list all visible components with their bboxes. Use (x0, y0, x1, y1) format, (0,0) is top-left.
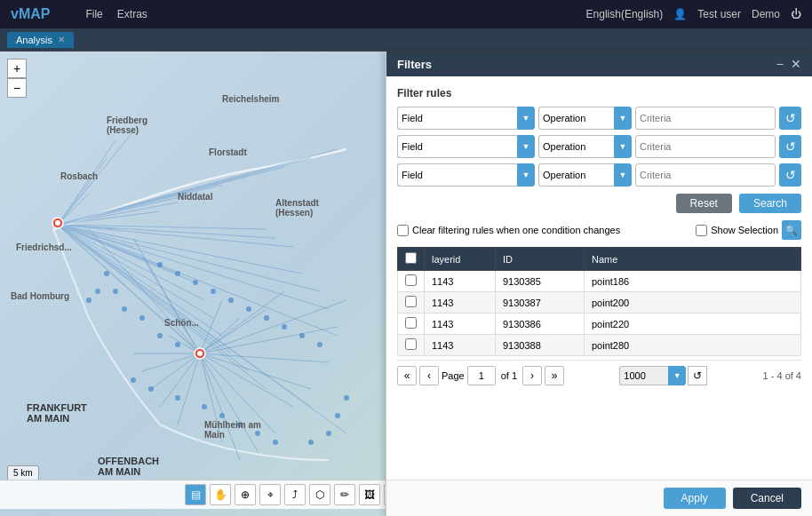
last-page-button[interactable]: » (545, 366, 564, 385)
field-dropdown-2[interactable]: Field (397, 135, 517, 158)
field-dropdown-3[interactable]: Field (397, 163, 517, 187)
field-dropdown-arrow-1[interactable]: ▼ (517, 107, 535, 130)
table-row: 1143 9130385 point186 (398, 271, 801, 292)
measure-tool-button[interactable]: ⌖ (259, 484, 281, 505)
svg-point-62 (211, 289, 216, 294)
svg-line-35 (58, 225, 200, 353)
map-label-frankfurt: FRANKFURTAM MAIN (27, 402, 87, 424)
svg-point-66 (282, 324, 287, 329)
operation-dropdown-3[interactable]: Operation (538, 163, 614, 187)
select-all-checkbox[interactable] (405, 252, 417, 264)
next-page-button[interactable]: › (522, 366, 542, 385)
criteria-input-3[interactable] (635, 163, 776, 187)
refresh-results-button[interactable]: ↺ (688, 366, 707, 385)
per-page-select[interactable]: 1000 100 50 25 (619, 366, 668, 385)
reset-button[interactable]: Reset (676, 194, 732, 213)
table-row: 1143 9130388 point280 (398, 335, 801, 356)
svg-point-72 (202, 404, 207, 409)
user-menu[interactable]: Test user (697, 8, 741, 20)
row-3-layerid: 1143 (425, 314, 496, 335)
operation-dropdown-arrow-2[interactable]: ▼ (614, 135, 632, 158)
field-select-1: Field ▼ (397, 107, 535, 130)
criteria-input-1[interactable] (635, 107, 776, 130)
operation-dropdown-arrow-1[interactable]: ▼ (614, 107, 632, 130)
per-page-selector: 1000 100 50 25 ▼ ↺ (619, 366, 707, 385)
demo-menu[interactable]: Demo (752, 8, 780, 20)
minimize-icon[interactable]: − (776, 57, 784, 71)
map-label-reichelsheim: Reichelsheim (222, 94, 279, 104)
show-selection-search-button[interactable]: 🔍 (782, 220, 801, 240)
map-label-schon: Schön... (164, 318, 199, 328)
field-dropdown-1[interactable]: Field (397, 107, 517, 130)
svg-line-39 (200, 300, 346, 353)
svg-point-77 (175, 395, 180, 401)
row-3-name: point220 (585, 314, 801, 335)
svg-line-51 (142, 353, 200, 371)
criteria-input-2[interactable] (635, 135, 776, 158)
refresh-button-2[interactable]: ↺ (779, 135, 801, 158)
route-tool-button[interactable]: ⤴ (284, 484, 306, 505)
row-1-check[interactable] (398, 271, 425, 292)
menu-extras[interactable]: Extras (117, 8, 147, 20)
row-1-layerid: 1143 (425, 271, 496, 292)
svg-line-36 (89, 229, 200, 353)
map-zoom-controls: + − (7, 59, 27, 98)
prev-page-button[interactable]: ‹ (419, 366, 439, 385)
edit-tool-button[interactable]: ✏ (334, 484, 355, 505)
col-header-check (398, 248, 425, 271)
page-of-label: of 1 (501, 370, 517, 381)
clear-filter-label[interactable]: Clear filtering rules when one condition… (397, 225, 620, 236)
operation-dropdown-arrow-3[interactable]: ▼ (614, 163, 632, 187)
per-page-arrow[interactable]: ▼ (668, 366, 686, 385)
filter-row-2: Field ▼ Operation ▼ ↺ (397, 135, 801, 158)
svg-point-64 (246, 306, 251, 312)
refresh-button-1[interactable]: ↺ (779, 107, 801, 130)
user-icon: 👤 (673, 8, 687, 20)
refresh-button-3[interactable]: ↺ (779, 163, 801, 187)
tab-analysis[interactable]: Analysis ✕ (7, 32, 74, 48)
map-label-niddatal: Niddatal (178, 192, 212, 202)
select-tool-button[interactable]: ▤ (185, 484, 206, 505)
cancel-button[interactable]: Cancel (733, 488, 801, 509)
image-tool-button[interactable]: 🖼 (359, 484, 380, 505)
svg-point-60 (175, 271, 180, 276)
main-area: Reichelsheim Friedberg(Hesse) Florstadt … (0, 52, 812, 516)
row-1-name: point186 (585, 271, 801, 292)
field-dropdown-arrow-2[interactable]: ▼ (517, 135, 535, 158)
clear-filter-checkbox[interactable] (397, 225, 409, 236)
tab-close[interactable]: ✕ (58, 35, 65, 44)
close-icon[interactable]: ✕ (791, 57, 801, 71)
field-dropdown-arrow-3[interactable]: ▼ (517, 163, 535, 187)
svg-line-6 (58, 225, 213, 318)
menu-file[interactable]: File (85, 8, 102, 20)
language-selector[interactable]: English(English) (586, 8, 664, 20)
app-logo: vMAP (11, 6, 50, 22)
page-input[interactable]: 1 (467, 366, 496, 385)
row-3-check[interactable] (398, 314, 425, 335)
svg-point-65 (264, 315, 269, 321)
search-button[interactable]: Search (739, 194, 801, 213)
point-tool-button[interactable]: ⊕ (235, 484, 256, 505)
filter-panel: Filters − ✕ Filter rules Field ▼ Operati… (386, 52, 812, 516)
row-4-check[interactable] (398, 335, 425, 356)
show-selection-checkbox[interactable] (696, 225, 707, 236)
svg-point-82 (335, 413, 340, 418)
operation-dropdown-1[interactable]: Operation (538, 107, 614, 130)
svg-point-59 (157, 262, 163, 267)
polygon-tool-button[interactable]: ⬡ (309, 484, 330, 505)
power-icon[interactable]: ⏻ (791, 8, 801, 20)
first-page-button[interactable]: « (397, 366, 417, 385)
operation-select-3: Operation ▼ (538, 163, 632, 187)
svg-point-79 (148, 386, 154, 392)
operation-dropdown-2[interactable]: Operation (538, 135, 614, 158)
zoom-out-button[interactable]: − (7, 78, 27, 98)
operation-select-1: Operation ▼ (538, 107, 632, 130)
svg-line-32 (58, 225, 320, 291)
panel-title: Filters (397, 58, 432, 71)
svg-point-86 (122, 306, 127, 312)
row-2-check[interactable] (398, 292, 425, 314)
apply-button[interactable]: Apply (664, 488, 726, 509)
zoom-in-button[interactable]: + (7, 59, 27, 78)
svg-point-80 (308, 440, 314, 445)
pan-tool-button[interactable]: ✋ (210, 484, 231, 505)
